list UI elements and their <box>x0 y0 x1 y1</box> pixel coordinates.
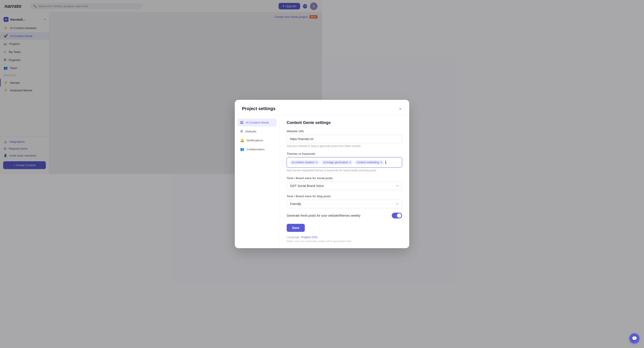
content-section-title: Content Genie settings <box>287 120 322 125</box>
tag-remove-1[interactable]: × <box>316 161 318 164</box>
modal-header: Project settings × <box>235 100 322 115</box>
tag-ai-image-generation: ai image generation × <box>321 160 322 165</box>
modal-nav-collaborators[interactable]: 👥 Collaborators <box>238 145 276 153</box>
defaults-nav-icon: ⚙ <box>240 129 243 133</box>
website-url-group: Website URL Add your website or blog to … <box>287 130 322 148</box>
themes-keywords-label: Themes or Keywords <box>287 152 322 156</box>
modal-nav-label: Collaborators <box>247 148 264 151</box>
themes-keywords-hint: Add comma separated themes or keywords f… <box>287 169 322 172</box>
website-url-input[interactable] <box>287 135 322 143</box>
modal-nav-defaults[interactable]: ⚙ Defaults <box>238 127 276 135</box>
modal-title: Project settings <box>242 106 322 111</box>
collaborators-nav-icon: 👥 <box>240 147 244 151</box>
modal-nav-notifications[interactable]: 🔔 Notifications <box>238 136 276 144</box>
modal-nav-ai-content-genie[interactable]: 🖼 AI Content Genie <box>238 119 276 126</box>
themes-keywords-input[interactable]: ai content creation × ai image generatio… <box>287 157 322 168</box>
website-url-hint: Add your website or blog to generate pos… <box>287 145 322 148</box>
modal-content-area: Content Genie settings Website URL Add y… <box>280 115 322 174</box>
notifications-nav-icon: 🔔 <box>240 138 244 142</box>
genie-nav-icon: 🖼 <box>240 121 244 124</box>
tag-ai-content-creation: ai content creation × <box>290 160 320 165</box>
tag-label: ai content creation <box>292 161 314 164</box>
modal-nav-label: AI Content Genie <box>246 121 269 124</box>
modal-body: 🖼 AI Content Genie ⚙ Defaults 🔔 Notifica… <box>235 115 322 174</box>
project-settings-modal: Project settings × 🖼 AI Content Genie ⚙ … <box>235 100 322 174</box>
modal-nav-label: Defaults <box>245 130 256 133</box>
modal-nav: 🖼 AI Content Genie ⚙ Defaults 🔔 Notifica… <box>235 115 280 174</box>
modal-nav-label: Notifications <box>247 139 263 142</box>
website-url-label: Website URL <box>287 130 322 133</box>
modal-overlay[interactable]: Project settings × 🖼 AI Content Genie ⚙ … <box>0 0 322 174</box>
themes-keywords-group: Themes or Keywords ai content creation ×… <box>287 152 322 172</box>
